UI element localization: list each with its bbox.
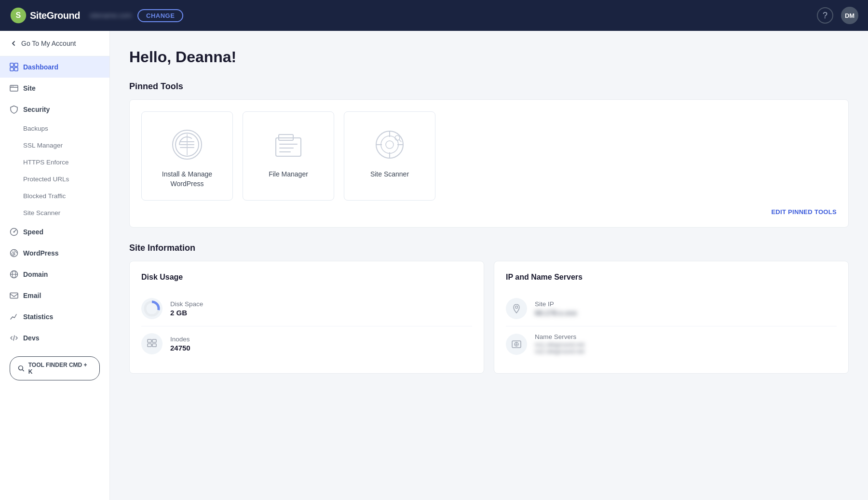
sidebar-subitem-site-scanner[interactable]: Site Scanner [0, 204, 109, 221]
disk-space-label: Disk Space [170, 300, 203, 308]
change-button[interactable]: CHANGE [137, 9, 183, 22]
pinned-tools-card: Install & Manage WordPress File Manager [129, 99, 849, 228]
statistics-icon [10, 312, 18, 321]
speed-icon [10, 228, 18, 236]
svg-point-15 [18, 366, 23, 370]
sidebar-subitem-backups[interactable]: Backups [0, 120, 109, 137]
inodes-icon-wrap [141, 333, 163, 354]
site-icon [10, 84, 18, 93]
site-ip-row: Site IP 68.178.x.xxx [506, 291, 837, 326]
svg-rect-31 [148, 344, 151, 347]
name-server-1-value: ns1.siteground.net [535, 341, 584, 348]
devs-icon [10, 334, 18, 342]
navbar-domain: sitename.com [90, 12, 132, 19]
site-scanner-tool-icon [372, 127, 407, 162]
svg-rect-14 [10, 293, 18, 298]
inodes-label: Inodes [170, 336, 190, 343]
file-manager-tool-icon [271, 127, 306, 162]
name-servers-label: Name Servers [535, 333, 584, 340]
edit-pinned-tools-anchor[interactable]: EDIT PINNED TOOLS [771, 208, 837, 216]
sidebar-item-statistics-label: Statistics [23, 313, 53, 321]
ip-name-servers-title: IP and Name Servers [506, 273, 837, 282]
sidebar-subitem-protected-urls[interactable]: Protected URLs [0, 171, 109, 188]
svg-line-27 [399, 140, 401, 142]
svg-rect-5 [14, 68, 18, 71]
svg-rect-4 [10, 68, 14, 71]
svg-point-34 [515, 306, 518, 309]
sidebar-item-security[interactable]: Security [0, 99, 109, 120]
sidebar-subitem-ssl[interactable]: SSL Manager [0, 137, 109, 154]
logo-icon: S [10, 7, 27, 24]
sidebar-item-domain-label: Domain [23, 270, 48, 278]
inodes-row: Inodes 24750 [141, 326, 472, 361]
sidebar-item-email[interactable]: Email [0, 285, 109, 306]
pinned-tool-file-manager-label: File Manager [269, 170, 308, 179]
name-servers-icon [511, 339, 522, 350]
pinned-tool-file-manager[interactable]: File Manager [243, 111, 334, 201]
svg-rect-2 [10, 63, 14, 67]
go-back-link[interactable]: Go To My Account [0, 31, 109, 56]
name-servers-row: Name Servers ns1.siteground.net ns2.site… [506, 326, 837, 362]
svg-point-21 [386, 141, 393, 149]
svg-point-7 [11, 86, 12, 87]
pinned-tools-grid: Install & Manage WordPress File Manager [141, 111, 837, 201]
avatar-button[interactable]: DM [841, 7, 858, 24]
page-title: Hello, Deanna! [129, 48, 849, 66]
disk-usage-title: Disk Usage [141, 273, 472, 282]
sidebar-item-dashboard[interactable]: Dashboard [0, 56, 109, 78]
go-back-label: Go To My Account [21, 40, 76, 47]
disk-usage-card: Disk Usage Disk Space 2 GB [129, 261, 484, 374]
name-server-2-value: ns2.siteground.net [535, 348, 584, 355]
email-icon [10, 291, 18, 300]
disk-donut-icon [143, 299, 161, 318]
location-pin-icon [511, 303, 522, 314]
back-arrow-icon [10, 40, 17, 47]
ip-name-servers-card: IP and Name Servers Site IP 68.178.x.xxx [494, 261, 849, 374]
svg-rect-30 [148, 339, 151, 342]
svg-rect-33 [152, 344, 156, 347]
sidebar-item-dashboard-label: Dashboard [23, 63, 58, 71]
navbar: S SiteGround sitename.com CHANGE ? DM [0, 0, 868, 31]
sidebar-subitem-blocked-traffic[interactable]: Blocked Traffic [0, 188, 109, 204]
pinned-tool-wordpress-label: Install & Manage WordPress [149, 170, 225, 189]
sidebar-item-devs-label: Devs [23, 334, 39, 342]
wordpress-icon [10, 249, 18, 257]
sidebar-item-site[interactable]: Site [0, 78, 109, 99]
disk-space-row: Disk Space 2 GB [141, 291, 472, 326]
disk-space-info: Disk Space 2 GB [170, 300, 203, 317]
site-info-title: Site Information [129, 243, 849, 253]
logo-text: SiteGround [30, 10, 80, 21]
sidebar-item-statistics[interactable]: Statistics [0, 306, 109, 327]
inodes-info: Inodes 24750 [170, 336, 190, 352]
name-servers-icon-wrap [506, 334, 527, 355]
pinned-tool-wordpress[interactable]: Install & Manage WordPress [141, 111, 233, 201]
wordpress-tool-icon [170, 127, 204, 162]
svg-point-10 [14, 231, 15, 233]
main-content: Hello, Deanna! Pinned Tools Install & Ma… [110, 31, 868, 500]
sidebar: Go To My Account Dashboard Site [0, 31, 110, 500]
svg-point-8 [13, 86, 14, 87]
site-info-grid: Disk Usage Disk Space 2 GB [129, 261, 849, 374]
disk-space-icon-wrap [141, 298, 163, 319]
svg-text:S: S [16, 11, 21, 19]
sidebar-item-site-label: Site [23, 84, 36, 92]
disk-space-value: 2 GB [170, 309, 203, 317]
site-ip-value: 68.178.x.xxx [535, 309, 577, 317]
help-button[interactable]: ? [817, 7, 833, 24]
inodes-icon [146, 338, 158, 350]
sidebar-item-domain[interactable]: Domain [0, 264, 109, 285]
sidebar-item-speed[interactable]: Speed [0, 221, 109, 243]
sidebar-subitem-https[interactable]: HTTPS Enforce [0, 154, 109, 171]
sidebar-item-wordpress[interactable]: WordPress [0, 243, 109, 264]
sidebar-item-email-label: Email [23, 292, 41, 299]
security-icon [10, 105, 18, 114]
layout: Go To My Account Dashboard Site [0, 31, 868, 500]
edit-pinned-tools-link[interactable]: EDIT PINNED TOOLS [141, 208, 837, 216]
site-ip-info: Site IP 68.178.x.xxx [535, 300, 577, 317]
svg-rect-3 [14, 63, 18, 67]
sidebar-item-devs[interactable]: Devs [0, 327, 109, 349]
pinned-tool-site-scanner[interactable]: Site Scanner [344, 111, 435, 201]
tool-finder-button[interactable]: TOOL FINDER CMD + K [10, 356, 100, 380]
svg-rect-32 [152, 339, 156, 342]
name-servers-info: Name Servers ns1.siteground.net ns2.site… [535, 333, 584, 355]
